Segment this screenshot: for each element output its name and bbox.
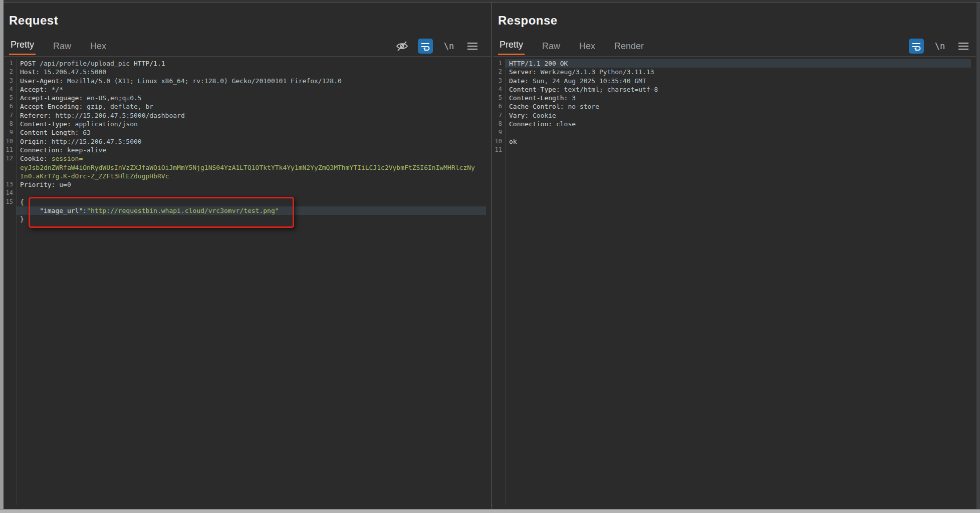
line-number: 6 (493, 102, 505, 111)
editor-row: 1HTTP/1.1 200 OK (493, 59, 974, 68)
editor-row: 8Connection: close (493, 120, 974, 128)
request-panel: Request PrettyRawHex \n (4, 3, 491, 509)
line-content: } (16, 215, 486, 223)
line-number: 15 (4, 198, 16, 206)
panel-splitter[interactable] (491, 3, 492, 509)
word-wrap-toggle-icon[interactable] (909, 39, 924, 54)
show-newlines-toggle[interactable]: \n (441, 39, 456, 54)
line-content: Referer: http://15.206.47.5:5000/dashboa… (16, 111, 486, 120)
editor-row: 5Content-Length: 3 (493, 94, 974, 102)
tab-hex[interactable]: Hex (89, 41, 108, 55)
line-number: 1 (493, 59, 505, 68)
tab-pretty[interactable]: Pretty (498, 40, 525, 55)
tab-pretty[interactable]: Pretty (9, 40, 36, 55)
tab-render[interactable]: Render (613, 41, 645, 55)
line-content: Server: Werkzeug/3.1.3 Python/3.11.13 (505, 68, 971, 76)
editor-row: } (4, 215, 489, 223)
editor-row: 12Cookie: session= (4, 154, 489, 163)
line-number (4, 206, 16, 215)
line-content (505, 128, 971, 137)
editor-row: "image_url":"http://requestbin.whapi.clo… (4, 206, 489, 215)
line-content: Date: Sun, 24 Aug 2025 10:35:40 GMT (505, 77, 971, 85)
response-tab-separator (493, 56, 976, 57)
request-tabs: PrettyRawHex (9, 40, 108, 55)
line-number: 4 (4, 85, 16, 94)
line-number: 11 (4, 146, 16, 154)
editor-row: 7Vary: Cookie (493, 111, 974, 120)
editor-row: In0.aKrT7g.K-dOrc-Z_ZZFt3HlEZdugpHbRVc (4, 172, 489, 180)
line-number: 11 (493, 146, 505, 154)
request-panel-title: Request (9, 14, 58, 28)
line-number: 9 (4, 128, 16, 137)
line-content (505, 146, 971, 154)
response-editor[interactable]: 1HTTP/1.1 200 OK2Server: Werkzeug/3.1.3 … (493, 59, 974, 505)
line-content: HTTP/1.1 200 OK (505, 59, 971, 68)
editor-row: 9Content-Length: 63 (4, 128, 489, 137)
line-content: ok (505, 137, 971, 146)
editor-row: 6Cache-Control: no-store (493, 102, 974, 111)
line-number: 13 (4, 180, 16, 189)
request-menu-icon[interactable] (465, 39, 480, 54)
line-content: Content-Length: 63 (16, 128, 486, 137)
line-number: 8 (4, 120, 16, 128)
line-number: 8 (493, 120, 505, 128)
line-number (4, 163, 16, 172)
window-left-edge (0, 0, 4, 513)
line-number: 14 (4, 189, 16, 197)
tab-raw[interactable]: Raw (541, 41, 562, 55)
line-content: Host: 15.206.47.5:5000 (16, 68, 486, 76)
window-right-edge (976, 3, 980, 509)
line-number: 1 (4, 59, 16, 68)
line-number: 7 (4, 111, 16, 120)
line-number: 12 (4, 154, 16, 163)
line-content: POST /api/profile/upload_pic HTTP/1.1 (16, 59, 486, 68)
editor-row: 9 (493, 128, 974, 137)
line-content (16, 189, 486, 197)
line-content: In0.aKrT7g.K-dOrc-Z_ZZFt3HlEZdugpHbRVc (16, 172, 486, 180)
line-content: Content-Length: 3 (505, 94, 971, 102)
editor-row: 11 (493, 146, 974, 154)
line-content: Accept-Encoding: gzip, deflate, br (16, 102, 486, 111)
editor-row: 2Server: Werkzeug/3.1.3 Python/3.11.13 (493, 68, 974, 76)
line-content: { (16, 198, 486, 206)
response-menu-icon[interactable] (956, 39, 971, 54)
line-number: 3 (493, 77, 505, 85)
word-wrap-toggle-icon[interactable] (418, 39, 433, 54)
line-number: 10 (4, 137, 16, 146)
line-content: Content-Type: application/json (16, 120, 486, 128)
request-tab-separator (4, 56, 491, 57)
tab-hex[interactable]: Hex (578, 41, 597, 55)
request-editor[interactable]: 1POST /api/profile/upload_pic HTTP/1.12H… (4, 59, 489, 505)
editor-row: 5Accept-Language: en-US,en;q=0.5 (4, 94, 489, 102)
editor-row: 2Host: 15.206.47.5:5000 (4, 68, 489, 76)
line-content: Vary: Cookie (505, 111, 971, 120)
show-newlines-toggle[interactable]: \n (932, 39, 947, 54)
line-number: 5 (493, 94, 505, 102)
editor-row: 14 (4, 189, 489, 197)
line-number: 4 (493, 85, 505, 94)
editor-row: 1POST /api/profile/upload_pic HTTP/1.1 (4, 59, 489, 68)
hide-nonprintable-icon[interactable] (394, 39, 409, 54)
newline-glyph-label: \n (444, 41, 454, 51)
line-number: 2 (4, 68, 16, 76)
editor-row: 13Priority: u=0 (4, 180, 489, 189)
editor-row: 8Content-Type: application/json (4, 120, 489, 128)
request-gutter-line (16, 59, 17, 505)
window-bottom-edge (0, 509, 980, 513)
line-number: 3 (4, 77, 16, 85)
editor-row: 11Connection: keep-alive (4, 146, 489, 154)
line-content: Cookie: session= (16, 154, 486, 163)
line-content: Content-Type: text/html; charset=utf-8 (505, 85, 971, 94)
editor-row: 3User-Agent: Mozilla/5.0 (X11; Linux x86… (4, 77, 489, 85)
line-content: eyJsb2dnZWRfaW4iOnRydWUsInVzZXJfaWQiOiJm… (16, 163, 486, 172)
line-number (4, 172, 16, 180)
response-tabs: PrettyRawHexRender (498, 40, 645, 55)
line-number: 6 (4, 102, 16, 111)
tab-raw[interactable]: Raw (52, 41, 73, 55)
line-content: User-Agent: Mozilla/5.0 (X11; Linux x86_… (16, 77, 486, 85)
line-content: Connection: keep-alive (16, 146, 486, 154)
line-content: Priority: u=0 (16, 180, 486, 189)
response-gutter-line (505, 59, 506, 505)
editor-row: 4Accept: */* (4, 85, 489, 94)
editor-row: 4Content-Type: text/html; charset=utf-8 (493, 85, 974, 94)
